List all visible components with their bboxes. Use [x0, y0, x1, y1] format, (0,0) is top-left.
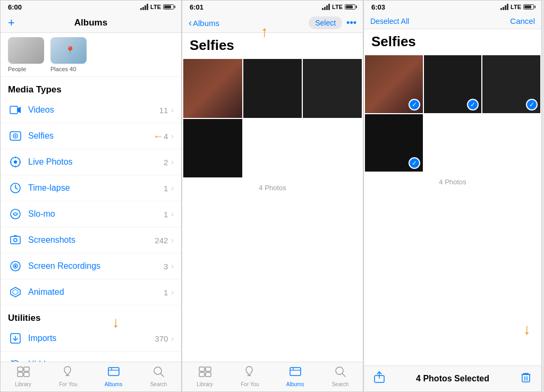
svg-point-12 — [11, 209, 20, 219]
share-button[interactable] — [373, 371, 385, 386]
cancel-button[interactable]: Cancel — [510, 16, 535, 25]
svg-rect-36 — [199, 367, 205, 371]
media-types-list: Videos 11 › Selfies ← 4 › Live Photos — [1, 97, 181, 305]
status-bar-3: 6:03 LTE — [364, 1, 541, 13]
places-count: 40 — [70, 66, 76, 72]
svg-marker-20 — [13, 289, 18, 295]
media-item-selfies[interactable]: Selfies ← 4 › — [1, 123, 181, 149]
add-album-button[interactable]: + — [8, 16, 15, 30]
people-card[interactable]: People — [8, 37, 45, 72]
tab-search-2[interactable]: Search — [318, 365, 363, 387]
selected-photo-2[interactable]: ✓ — [424, 55, 482, 113]
tab-search-1[interactable]: Search — [136, 365, 181, 387]
photo-cell-3[interactable] — [303, 59, 362, 118]
selfies-content: Selfies 4 Photos — [182, 33, 363, 362]
photo-cell-2[interactable] — [243, 59, 302, 118]
slomo-label: Slo-mo — [28, 209, 164, 219]
media-item-videos[interactable]: Videos 11 › — [1, 97, 181, 123]
media-item-animated[interactable]: Animated 1 › — [1, 279, 181, 305]
more-options-button[interactable]: ••• — [346, 18, 356, 29]
utility-item-imports[interactable]: Imports 370 › — [1, 326, 181, 352]
lte-label: LTE — [150, 4, 161, 10]
imports-count: 370 — [155, 334, 168, 343]
selection-nav: Deselect All Cancel — [364, 13, 541, 29]
delete-selected-button[interactable] — [520, 371, 532, 386]
selfies-title-3: Selfies — [364, 29, 541, 55]
people-thumb — [8, 37, 44, 64]
timelapse-label: Time-lapse — [28, 183, 164, 193]
tab-albums-2[interactable]: Albums — [273, 365, 318, 387]
media-item-live[interactable]: Live Photos 2 › — [1, 149, 181, 175]
selfies-page-title: Selfies — [182, 33, 363, 59]
utility-item-hidden[interactable]: Hidden 162 › — [1, 352, 181, 362]
imports-chevron: › — [171, 334, 174, 343]
bottom-action-bar: 4 Photos Selected — [364, 365, 541, 391]
tab-library-1[interactable]: Library — [1, 365, 46, 387]
media-item-screenrec[interactable]: Screen Recordings 3 › — [1, 253, 181, 279]
svg-rect-46 — [522, 374, 530, 382]
map-pin-icon: 📍 — [65, 46, 75, 56]
svg-line-44 — [342, 374, 345, 377]
animated-label: Animated — [28, 287, 164, 297]
selfies-nav: ‹ Albums Select ••• — [182, 13, 363, 33]
library-label-1: Library — [15, 381, 31, 387]
selection-photo-grid: ✓ ✓ ✓ ✓ — [364, 55, 541, 172]
svg-point-6 — [14, 160, 17, 164]
svg-point-34 — [154, 367, 162, 374]
live-photos-label: Live Photos — [28, 157, 164, 167]
places-card[interactable]: 📍 Places 40 — [50, 37, 88, 72]
selfies-arrow: ← — [153, 130, 164, 142]
videos-label: Videos — [28, 105, 159, 115]
albums-title: Albums — [74, 18, 107, 28]
tab-foryou-2[interactable]: For You — [227, 365, 273, 387]
select-button[interactable]: Select — [309, 16, 342, 29]
back-chevron-icon: ‹ — [189, 18, 192, 29]
media-item-timelapse[interactable]: Time-lapse 1 › — [1, 175, 181, 201]
screen-recordings-label: Screen Recordings — [28, 261, 164, 271]
media-item-slomo[interactable]: Slo-mo 1 › — [1, 201, 181, 227]
svg-rect-30 — [24, 372, 29, 377]
library-icon-1 — [17, 365, 30, 380]
animated-icon — [8, 285, 23, 300]
foryou-icon-2 — [244, 365, 257, 380]
selected-photo-1[interactable]: ✓ — [365, 55, 423, 113]
selected-photo-4[interactable]: ✓ — [365, 114, 423, 172]
svg-rect-13 — [11, 236, 20, 244]
svg-point-14 — [14, 238, 17, 242]
screenshots-count: 242 — [155, 236, 168, 245]
photo-cell-4[interactable] — [183, 119, 242, 178]
media-item-screenshots[interactable]: Screenshots 242 › — [1, 227, 181, 253]
search-icon-1 — [152, 365, 165, 380]
albums-scroll-area[interactable]: People 📍 Places 40 Media Types Videos 11… — [1, 33, 181, 362]
check-circle-2: ✓ — [467, 99, 479, 110]
videos-icon — [8, 103, 23, 117]
media-types-section-header: Media Types — [1, 77, 181, 97]
selection-content: Selfies ✓ ✓ ✓ ✓ 4 Photos — [364, 29, 541, 365]
back-to-albums[interactable]: ‹ Albums — [189, 18, 219, 29]
svg-line-35 — [160, 374, 164, 377]
svg-marker-19 — [11, 287, 20, 297]
panel-selection: 6:03 LTE Deselect All Cancel Selfies ✓ — [363, 0, 542, 392]
panel-albums: 6:00 LTE + Albums People — [0, 0, 182, 392]
svg-rect-15 — [14, 235, 17, 236]
screenshots-label: Screenshots — [28, 235, 155, 245]
tab-library-2[interactable]: Library — [182, 365, 227, 387]
selfies-label: Selfies — [28, 131, 150, 141]
svg-rect-0 — [10, 106, 18, 114]
deselect-all-button[interactable]: Deselect All — [370, 17, 409, 25]
imports-icon — [8, 331, 23, 346]
animated-chevron: › — [171, 288, 174, 296]
search-label-1: Search — [150, 381, 167, 387]
albums-label-1: Albums — [105, 381, 122, 387]
battery-icon-3 — [523, 4, 534, 10]
svg-rect-28 — [24, 367, 29, 371]
foryou-label-2: For You — [241, 381, 259, 387]
tab-foryou-1[interactable]: For You — [46, 365, 91, 387]
selected-photo-3[interactable]: ✓ — [482, 55, 540, 113]
photo-cell-1[interactable] — [183, 59, 242, 118]
tab-albums-1[interactable]: Albums — [91, 365, 136, 387]
albums-header: + Albums — [1, 13, 181, 33]
tab-bar-1: Library For You Albums Search — [1, 362, 181, 391]
signal-icon-3 — [500, 4, 508, 10]
hidden-icon — [8, 357, 23, 362]
